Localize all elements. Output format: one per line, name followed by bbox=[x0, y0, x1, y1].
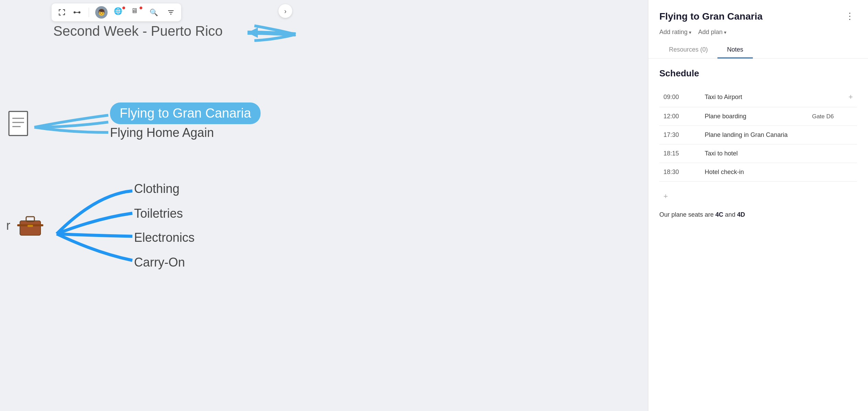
second-week-node[interactable]: Second Week - Puerto Rico bbox=[53, 23, 223, 39]
schedule-detail bbox=[808, 87, 843, 107]
tab-resources[interactable]: Resources (0) bbox=[659, 42, 717, 58]
toiletries-node[interactable]: Toiletries bbox=[134, 206, 183, 221]
schedule-detail: Gate D6 bbox=[808, 107, 843, 126]
connect-btn[interactable] bbox=[72, 7, 83, 18]
schedule-time: 17:30 bbox=[659, 126, 701, 144]
user-avatar[interactable]: 👦 bbox=[95, 6, 108, 19]
schedule-activity[interactable]: Plane landing in Gran Canaria bbox=[701, 126, 808, 144]
svg-point-1 bbox=[74, 12, 75, 13]
table-row: 17:30Plane landing in Gran Canaria bbox=[659, 126, 857, 144]
toolbar-divider bbox=[89, 8, 89, 17]
schedule-add-btn[interactable] bbox=[843, 163, 857, 182]
table-row: 18:30Hotel check-in bbox=[659, 163, 857, 182]
schedule-activity[interactable]: Taxi to Airport bbox=[701, 87, 808, 107]
chevron-right-btn[interactable]: › bbox=[278, 4, 292, 18]
action-row: Add rating ▾ Add plan ▾ bbox=[659, 29, 857, 36]
schedule-time: 18:30 bbox=[659, 163, 701, 182]
svg-rect-7 bbox=[9, 111, 28, 136]
seat2-text: 4D bbox=[737, 211, 745, 218]
carryon-node[interactable]: Carry-On bbox=[134, 255, 185, 270]
schedule-add-btn[interactable] bbox=[843, 144, 857, 163]
tab-notes[interactable]: Notes bbox=[717, 42, 753, 58]
schedule-time: 09:00 bbox=[659, 87, 701, 107]
schedule-time: 18:15 bbox=[659, 144, 701, 163]
table-row: 18:15Taxi to hotel bbox=[659, 144, 857, 163]
svg-rect-12 bbox=[20, 221, 41, 235]
svg-marker-6 bbox=[248, 28, 258, 38]
schedule-time: 12:00 bbox=[659, 107, 701, 126]
expand-btn[interactable] bbox=[56, 7, 67, 18]
schedule-table: 09:00Taxi to Airport+12:00Plane boarding… bbox=[659, 87, 857, 182]
add-rating-btn[interactable]: Add rating ▾ bbox=[659, 29, 691, 36]
right-panel: Flying to Gran Canaria ⋮ Add rating ▾ Ad… bbox=[648, 0, 868, 411]
table-row: 09:00Taxi to Airport+ bbox=[659, 87, 857, 107]
clothing-node[interactable]: Clothing bbox=[134, 182, 179, 196]
tabs-row: Resources (0) Notes bbox=[659, 42, 857, 58]
schedule-activity[interactable]: Plane boarding bbox=[701, 107, 808, 126]
filter-btn[interactable] bbox=[165, 7, 176, 18]
monitor-btn[interactable]: 🖥 bbox=[131, 7, 142, 18]
toolbar: 👦 🌐 🖥 🔍 bbox=[52, 3, 181, 21]
briefcase-icon bbox=[17, 213, 43, 243]
flying-home-node[interactable]: Flying Home Again bbox=[110, 126, 214, 140]
svg-point-2 bbox=[79, 12, 80, 13]
seat1-text: 4C bbox=[715, 211, 723, 218]
mindmap-svg bbox=[0, 0, 648, 411]
schedule-section-title: Schedule bbox=[659, 68, 857, 79]
notes-footer-text: Our plane seats are 4C and 4D bbox=[659, 210, 857, 220]
schedule-detail bbox=[808, 144, 843, 163]
node-title: Flying to Gran Canaria bbox=[659, 11, 762, 22]
schedule-add-btn[interactable] bbox=[843, 107, 857, 126]
mindmap-panel: 👦 🌐 🖥 🔍 › Sec bbox=[0, 0, 648, 411]
flying-gran-node[interactable]: Flying to Gran Canaria bbox=[110, 102, 261, 124]
title-row: Flying to Gran Canaria ⋮ bbox=[659, 10, 857, 23]
add-plan-btn[interactable]: Add plan ▾ bbox=[698, 29, 726, 36]
table-row: 12:00Plane boardingGate D6 bbox=[659, 107, 857, 126]
toolbar-group-left bbox=[56, 7, 83, 18]
schedule-add-btn[interactable] bbox=[843, 126, 857, 144]
globe-btn[interactable]: 🌐 bbox=[114, 7, 125, 18]
schedule-add-btn[interactable]: + bbox=[843, 87, 857, 107]
electronics-node[interactable]: Electronics bbox=[134, 230, 195, 245]
schedule-detail bbox=[808, 126, 843, 144]
search-btn[interactable]: 🔍 bbox=[148, 7, 159, 18]
notes-content: Schedule 09:00Taxi to Airport+12:00Plane… bbox=[648, 58, 868, 411]
right-header: Flying to Gran Canaria ⋮ Add rating ▾ Ad… bbox=[648, 0, 868, 58]
schedule-activity[interactable]: Hotel check-in bbox=[701, 163, 808, 182]
add-schedule-row-btn[interactable]: + bbox=[659, 188, 672, 204]
schedule-detail bbox=[808, 163, 843, 182]
svg-rect-15 bbox=[28, 225, 33, 227]
document-icon bbox=[8, 111, 32, 144]
more-options-btn[interactable]: ⋮ bbox=[843, 10, 857, 23]
schedule-activity[interactable]: Taxi to hotel bbox=[701, 144, 808, 163]
letter-r: r bbox=[6, 218, 10, 233]
